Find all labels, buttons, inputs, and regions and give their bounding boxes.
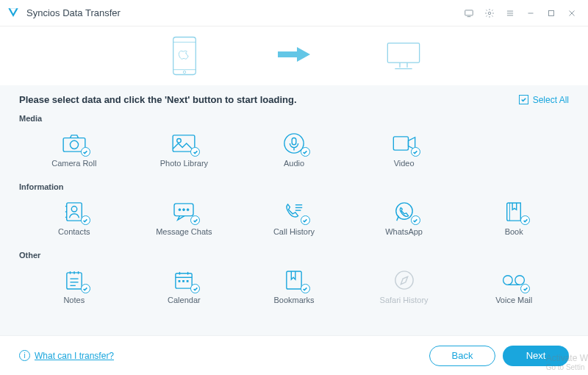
voicemail-icon xyxy=(499,268,528,292)
item-bookmarks[interactable]: Bookmarks xyxy=(239,265,349,310)
bookmarks-icon xyxy=(279,268,309,292)
call-history-icon xyxy=(279,200,309,224)
video-icon xyxy=(390,132,419,155)
maximize-button[interactable] xyxy=(541,3,562,24)
select-all-toggle[interactable]: Select All xyxy=(519,95,569,105)
svg-point-19 xyxy=(70,140,78,149)
close-button[interactable] xyxy=(562,3,582,24)
audio-icon xyxy=(279,132,309,155)
item-voice-mail[interactable]: Voice Mail xyxy=(459,265,569,310)
notes-icon xyxy=(60,268,89,292)
svg-point-55 xyxy=(503,276,513,285)
svg-rect-0 xyxy=(465,10,473,15)
svg-rect-10 xyxy=(173,38,196,75)
arrow-right-icon xyxy=(276,46,312,66)
item-contacts[interactable]: Contacts xyxy=(19,197,129,242)
menu-icon[interactable] xyxy=(500,3,520,24)
camera-icon xyxy=(60,132,89,155)
calendar-icon xyxy=(169,268,198,292)
item-message-chats[interactable]: Message Chats xyxy=(129,197,240,242)
select-all-checkbox[interactable] xyxy=(519,95,528,104)
section-title-media: Media xyxy=(19,114,569,123)
svg-rect-23 xyxy=(292,138,296,145)
item-notes[interactable]: Notes xyxy=(19,265,129,310)
information-grid: Contacts Message Chats Call History What… xyxy=(19,197,569,242)
transfer-header xyxy=(0,26,588,85)
media-grid: Camera Roll Photo Library Audio Video xyxy=(19,129,569,174)
item-photo-library[interactable]: Photo Library xyxy=(129,129,240,174)
content-panel: Please select data and click the 'Next' … xyxy=(0,85,588,335)
app-logo-icon xyxy=(6,6,21,21)
svg-point-33 xyxy=(187,209,190,211)
target-device-icon xyxy=(385,32,422,80)
item-calendar[interactable]: Calendar xyxy=(129,265,240,310)
item-book[interactable]: Book xyxy=(459,197,569,242)
safari-icon xyxy=(390,268,419,292)
photo-icon xyxy=(169,132,198,155)
settings-icon[interactable] xyxy=(479,3,500,24)
item-camera-roll[interactable]: Camera Roll xyxy=(19,129,129,174)
svg-rect-53 xyxy=(287,271,301,289)
item-audio[interactable]: Audio xyxy=(239,129,349,174)
item-call-history[interactable]: Call History xyxy=(239,197,349,242)
svg-rect-39 xyxy=(67,273,82,289)
message-icon xyxy=(169,200,198,224)
item-whatsapp[interactable]: WhatsApp xyxy=(349,197,459,242)
instruction-text: Please select data and click the 'Next' … xyxy=(19,94,297,105)
svg-point-13 xyxy=(183,71,185,73)
info-icon: i xyxy=(19,350,30,361)
source-device-icon xyxy=(166,32,203,80)
minimize-button[interactable] xyxy=(520,3,541,24)
section-title-information: Information xyxy=(19,182,569,191)
svg-point-54 xyxy=(395,271,412,289)
item-video[interactable]: Video xyxy=(349,129,459,174)
svg-point-32 xyxy=(183,209,185,211)
titlebar: Syncios Data Transfer xyxy=(0,0,588,26)
book-icon xyxy=(499,200,528,224)
item-safari-history[interactable]: Safari History xyxy=(349,265,459,310)
whatsapp-icon xyxy=(390,200,419,224)
svg-rect-7 xyxy=(549,10,554,15)
section-title-other: Other xyxy=(19,251,569,260)
svg-point-21 xyxy=(177,139,182,143)
select-all-label: Select All xyxy=(533,95,569,105)
svg-point-31 xyxy=(179,209,181,211)
svg-point-26 xyxy=(71,207,76,212)
next-button[interactable]: Next xyxy=(503,346,569,366)
other-grid: Notes Calendar Bookmarks Safari History … xyxy=(19,265,569,310)
back-button[interactable]: Back xyxy=(429,346,495,366)
svg-point-2 xyxy=(488,12,491,15)
app-window: Syncios Data Transfer Please select data… xyxy=(0,0,588,375)
svg-rect-52 xyxy=(187,280,189,282)
svg-rect-24 xyxy=(393,137,408,150)
svg-rect-50 xyxy=(179,280,181,282)
screen-icon[interactable] xyxy=(459,3,479,24)
help-link-text[interactable]: What can I transfer? xyxy=(35,351,114,361)
svg-rect-14 xyxy=(387,43,419,63)
svg-rect-51 xyxy=(183,280,185,282)
app-title: Syncios Data Transfer xyxy=(26,7,121,18)
contacts-icon xyxy=(60,200,89,224)
footer: i What can I transfer? Back Next xyxy=(0,335,588,375)
help-link[interactable]: i What can I transfer? xyxy=(19,350,114,361)
